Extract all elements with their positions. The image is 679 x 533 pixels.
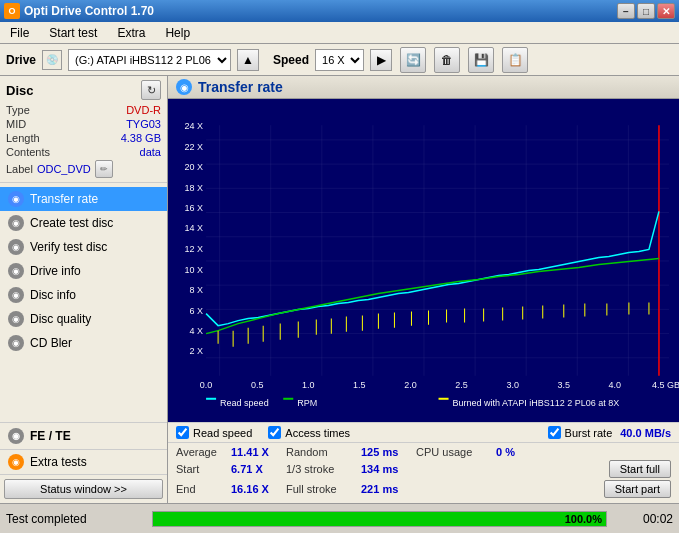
nav-extra-tests-label: Extra tests (30, 455, 87, 469)
label-value: ODC_DVD (37, 163, 91, 175)
status-window-button[interactable]: Status window >> (4, 479, 163, 499)
start-label: Start (176, 463, 231, 475)
svg-text:12 X: 12 X (185, 244, 204, 254)
transfer-rate-header-icon: ◉ (176, 79, 192, 95)
menu-extra[interactable]: Extra (111, 24, 151, 42)
svg-text:3.5: 3.5 (558, 380, 571, 390)
create-disc-icon: ◉ (8, 215, 24, 231)
speed-label: Speed (273, 53, 309, 67)
toolbar-erase[interactable]: 🗑 (434, 47, 460, 73)
type-label: Type (6, 104, 30, 116)
svg-text:Read speed: Read speed (220, 398, 269, 408)
drive-bar: Drive 💿 (G:) ATAPI iHBS112 2 PL06 ▲ Spee… (0, 44, 679, 76)
sidebar: Disc ↻ Type DVD-R MID TYG03 Length 4.38 … (0, 76, 168, 503)
toolbar-save[interactable]: 📋 (502, 47, 528, 73)
nav-cd-bler-label: CD Bler (30, 336, 72, 350)
toolbar-burn[interactable]: 💾 (468, 47, 494, 73)
transfer-rate-chart: 24 X 22 X 20 X 18 X 16 X 14 X 12 X 10 X … (168, 99, 679, 422)
drive-info-icon: ◉ (8, 263, 24, 279)
svg-rect-57 (439, 398, 449, 400)
stroke1-label: 1/3 stroke (286, 463, 361, 475)
svg-text:2.5: 2.5 (455, 380, 468, 390)
nav-disc-info[interactable]: ◉ Disc info (0, 283, 167, 307)
fe-te-label: FE / TE (30, 429, 71, 443)
nav-section: ◉ Transfer rate ◉ Create test disc ◉ Ver… (0, 183, 167, 422)
label-key: Label (6, 163, 33, 175)
disc-quality-icon: ◉ (8, 311, 24, 327)
svg-text:6 X: 6 X (190, 306, 204, 316)
svg-text:1.5: 1.5 (353, 380, 366, 390)
start-part-button[interactable]: Start part (604, 480, 671, 498)
svg-text:2.0: 2.0 (404, 380, 417, 390)
drive-select[interactable]: (G:) ATAPI iHBS112 2 PL06 (68, 49, 231, 71)
progress-bar: 100.0% (152, 511, 607, 527)
minimize-button[interactable]: − (617, 3, 635, 19)
svg-rect-4 (206, 125, 669, 375)
stroke2-value: 221 ms (361, 483, 416, 495)
label-edit-icon[interactable]: ✏ (95, 160, 113, 178)
mid-value: TYG03 (126, 118, 161, 130)
drive-nav-up[interactable]: ▲ (237, 49, 259, 71)
access-times-checkbox[interactable] (268, 426, 281, 439)
stats-area: Average 11.41 X Random 125 ms CPU usage … (168, 442, 679, 503)
start-full-button[interactable]: Start full (609, 460, 671, 478)
nav-transfer-rate[interactable]: ◉ Transfer rate (0, 187, 167, 211)
nav-disc-quality[interactable]: ◉ Disc quality (0, 307, 167, 331)
svg-text:0.5: 0.5 (251, 380, 264, 390)
checkbox-row: Read speed Access times Burst rate 40.0 … (168, 422, 679, 442)
length-value: 4.38 GB (121, 132, 161, 144)
nav-extra-tests[interactable]: ◉ Extra tests (0, 450, 167, 474)
contents-label: Contents (6, 146, 50, 158)
menu-start-test[interactable]: Start test (43, 24, 103, 42)
fe-te-item[interactable]: ◉ FE / TE (0, 423, 167, 450)
disc-refresh-button[interactable]: ↻ (141, 80, 161, 100)
nav-verify-test-disc[interactable]: ◉ Verify test disc (0, 235, 167, 259)
speed-nav[interactable]: ▶ (370, 49, 392, 71)
verify-disc-icon: ◉ (8, 239, 24, 255)
svg-text:22 X: 22 X (185, 142, 204, 152)
drive-icon: 💿 (42, 50, 62, 70)
progress-fill (153, 512, 606, 526)
cpu-label: CPU usage (416, 446, 496, 458)
burst-rate-cb-label: Burst rate (565, 427, 613, 439)
svg-text:20 X: 20 X (185, 162, 204, 172)
title-bar: O Opti Drive Control 1.70 − □ ✕ (0, 0, 679, 22)
svg-text:2 X: 2 X (190, 346, 204, 356)
read-speed-cb-label: Read speed (193, 427, 252, 439)
menu-file[interactable]: File (4, 24, 35, 42)
status-bar: Test completed 100.0% 00:02 (0, 503, 679, 533)
burst-rate-checkbox[interactable] (548, 426, 561, 439)
nav-create-test-disc[interactable]: ◉ Create test disc (0, 211, 167, 235)
svg-text:4.0: 4.0 (609, 380, 622, 390)
nav-cd-bler[interactable]: ◉ CD Bler (0, 331, 167, 355)
random-label: Random (286, 446, 361, 458)
nav-drive-info[interactable]: ◉ Drive info (0, 259, 167, 283)
elapsed-time: 00:02 (613, 512, 673, 526)
nav-create-disc-label: Create test disc (30, 216, 113, 230)
toolbar-refresh[interactable]: 🔄 (400, 47, 426, 73)
extra-tests-icon: ◉ (8, 454, 24, 470)
nav-transfer-rate-label: Transfer rate (30, 192, 98, 206)
sidebar-bottom: ◉ FE / TE ◉ Extra tests Status window >> (0, 422, 167, 503)
stroke2-label: Full stroke (286, 483, 361, 495)
nav-disc-info-label: Disc info (30, 288, 76, 302)
svg-rect-55 (283, 398, 293, 400)
read-speed-checkbox[interactable] (176, 426, 189, 439)
average-label: Average (176, 446, 231, 458)
nav-verify-disc-label: Verify test disc (30, 240, 107, 254)
svg-text:24 X: 24 X (185, 121, 204, 131)
maximize-button[interactable]: □ (637, 3, 655, 19)
status-text: Test completed (6, 512, 146, 526)
svg-text:4.5 GB: 4.5 GB (652, 380, 679, 390)
type-value: DVD-R (126, 104, 161, 116)
speed-select[interactable]: 16 X (315, 49, 364, 71)
menu-help[interactable]: Help (159, 24, 196, 42)
close-button[interactable]: ✕ (657, 3, 675, 19)
fe-te-icon: ◉ (8, 428, 24, 444)
end-value: 16.16 X (231, 483, 286, 495)
svg-text:8 X: 8 X (190, 285, 204, 295)
nav-disc-quality-label: Disc quality (30, 312, 91, 326)
transfer-rate-title: Transfer rate (198, 79, 283, 95)
svg-text:18 X: 18 X (185, 183, 204, 193)
graph-wrapper: 24 X 22 X 20 X 18 X 16 X 14 X 12 X 10 X … (168, 99, 679, 422)
